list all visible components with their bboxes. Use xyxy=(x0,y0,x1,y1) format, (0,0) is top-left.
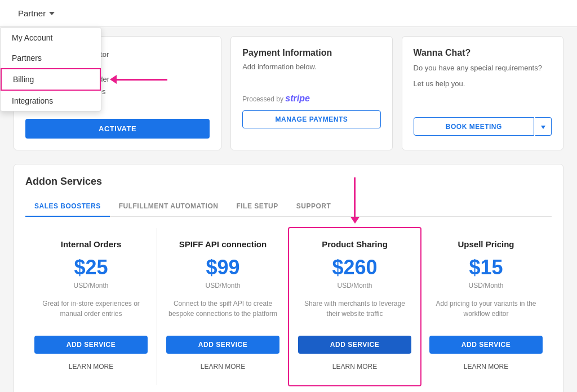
partner-label: Partner xyxy=(18,8,46,18)
service-period-product-sharing: USD/Month xyxy=(298,282,411,289)
book-meeting-row: BOOK MEETING xyxy=(414,117,552,136)
service-price-internal-orders: $25 xyxy=(34,256,148,279)
service-card-internal-orders: Internal Orders $25 USD/Month Great for … xyxy=(25,228,157,385)
service-card-upsell-pricing: Upsell Pricing $15 USD/Month Add pricing… xyxy=(420,228,552,385)
service-card-product-sharing: Product Sharing $260 USD/Month Share wit… xyxy=(288,227,421,386)
service-name-spiff-api: SPIFF API connection xyxy=(166,239,279,249)
dropdown-menu: My Account Partners Billing Integrations xyxy=(0,27,101,112)
learn-more-product-sharing[interactable]: LEARN MORE xyxy=(298,359,411,374)
service-period-upsell-pricing: USD/Month xyxy=(429,282,543,289)
manage-payments-button[interactable]: MANAGE PAYMENTS xyxy=(242,110,380,128)
service-price-spiff-api: $99 xyxy=(166,256,279,279)
addon-section: Addon Services SALES BOOSTERS FULFILLMEN… xyxy=(14,164,563,392)
chevron-down-icon xyxy=(541,126,545,129)
partner-menu-button[interactable]: Partner xyxy=(14,6,59,20)
add-service-button-spiff-api[interactable]: ADD SERVICE xyxy=(166,336,279,354)
service-period-spiff-api: USD/Month xyxy=(166,282,279,289)
payment-title: Payment Information xyxy=(242,48,380,58)
service-desc-internal-orders: Great for in-store experiences or manual… xyxy=(34,299,148,327)
learn-more-internal-orders[interactable]: LEARN MORE xyxy=(34,359,148,374)
processed-by: Processed by stripe xyxy=(242,93,380,104)
service-desc-upsell-pricing: Add pricing to your variants in the work… xyxy=(429,299,543,327)
tab-sales-boosters[interactable]: SALES BOOSTERS xyxy=(25,197,110,217)
service-name-internal-orders: Internal Orders xyxy=(34,239,148,249)
service-card-spiff-api: SPIFF API connection $99 USD/Month Conne… xyxy=(157,228,289,385)
dropdown-item-billing[interactable]: Billing xyxy=(1,68,101,91)
service-price-upsell-pricing: $15 xyxy=(429,256,543,279)
service-name-upsell-pricing: Upsell Pricing xyxy=(429,239,543,249)
stripe-logo: stripe xyxy=(285,93,310,103)
service-name-product-sharing: Product Sharing xyxy=(298,239,411,249)
service-price-product-sharing: $260 xyxy=(298,256,411,279)
header: Partner My Account Partners Billing Inte… xyxy=(0,0,577,27)
learn-more-upsell-pricing[interactable]: LEARN MORE xyxy=(429,359,543,374)
arrow-down-line xyxy=(354,177,356,217)
dropdown-item-integrations[interactable]: Integrations xyxy=(1,91,101,111)
tab-support[interactable]: SUPPORT xyxy=(287,197,340,217)
chat-line1: Do you have any special requirements? xyxy=(414,63,552,74)
chat-line2: Let us help you. xyxy=(414,78,552,90)
dropdown-item-partners[interactable]: Partners xyxy=(1,48,101,68)
service-period-internal-orders: USD/Month xyxy=(34,282,148,289)
arrow-down-head-icon xyxy=(350,217,359,224)
add-service-button-internal-orders[interactable]: ADD SERVICE xyxy=(34,336,148,354)
chevron-down-icon xyxy=(49,12,55,15)
addon-title: Addon Services xyxy=(25,176,552,188)
chat-title: Wanna Chat? xyxy=(414,48,552,58)
tab-fulfillment-automation[interactable]: FULFILLMENT AUTOMATION xyxy=(110,197,228,217)
service-cards: Internal Orders $25 USD/Month Great for … xyxy=(25,217,552,392)
payment-description: Add information below. xyxy=(242,63,380,71)
addon-tabs: SALES BOOSTERS FULFILLMENT AUTOMATION FI… xyxy=(25,197,552,217)
learn-more-spiff-api[interactable]: LEARN MORE xyxy=(166,359,279,374)
billing-arrow-annotation xyxy=(110,75,167,84)
service-desc-spiff-api: Connect to the spiff API to create bespo… xyxy=(166,299,279,327)
add-service-button-product-sharing[interactable]: ADD SERVICE xyxy=(298,336,411,354)
book-meeting-chevron-button[interactable] xyxy=(535,117,552,136)
product-sharing-arrow xyxy=(350,177,359,224)
book-meeting-button[interactable]: BOOK MEETING xyxy=(414,117,534,136)
payment-card: Payment Information Add information belo… xyxy=(230,36,392,150)
add-service-button-upsell-pricing[interactable]: ADD SERVICE xyxy=(429,336,543,354)
arrow-left-head-icon xyxy=(110,75,117,84)
activate-button[interactable]: ACTIVATE xyxy=(25,119,210,139)
dropdown-item-my-account[interactable]: My Account xyxy=(1,28,101,48)
chat-card: Wanna Chat? Do you have any special requ… xyxy=(402,36,563,150)
service-desc-product-sharing: Share with merchants to leverage their w… xyxy=(298,299,411,327)
arrow-left-line xyxy=(117,79,167,81)
tab-file-setup[interactable]: FILE SETUP xyxy=(227,197,287,217)
